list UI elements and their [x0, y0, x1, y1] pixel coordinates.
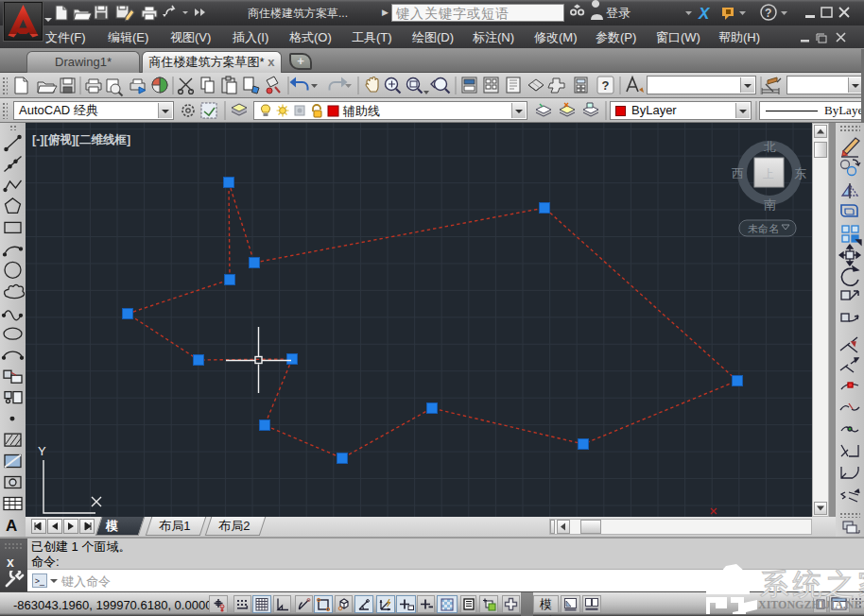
svg-text:XITONGZHIJIA.NET: XITONGZHIJIA.NET [758, 598, 864, 611]
svg-text:A: A [6, 517, 17, 535]
svg-text:南: 南 [764, 197, 776, 212]
svg-text:东: 东 [794, 166, 806, 180]
svg-text:西: 西 [732, 166, 744, 180]
svg-text:X: X [698, 5, 711, 23]
svg-text:Y: Y [38, 444, 46, 458]
svg-text:?: ? [765, 7, 771, 20]
svg-text:未命名: 未命名 [748, 223, 779, 234]
svg-text:?: ? [602, 78, 610, 93]
svg-text:登录: 登录 [606, 6, 631, 20]
svg-text:[-][俯视][二维线框]: [-][俯视][二维线框] [32, 133, 130, 146]
svg-text:北: 北 [764, 140, 776, 154]
svg-text:上: 上 [763, 167, 774, 180]
svg-text:系统之家: 系统之家 [760, 568, 864, 601]
